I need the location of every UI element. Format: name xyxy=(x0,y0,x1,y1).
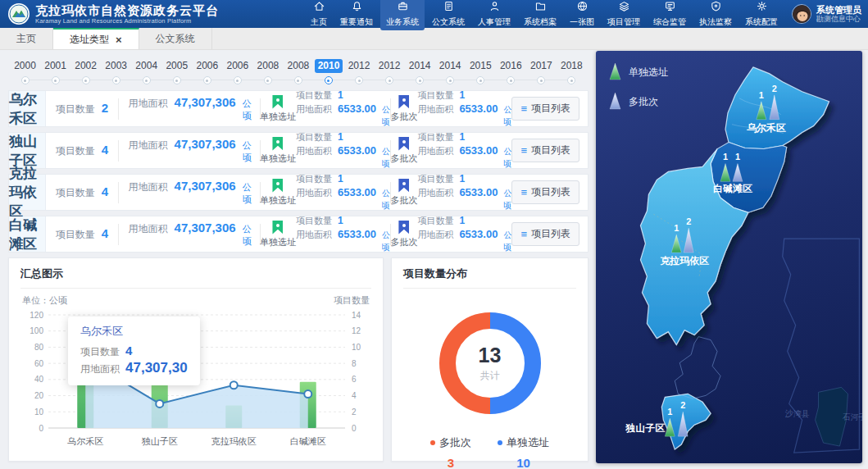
nav-item-gear[interactable]: 系统配置 xyxy=(739,0,784,30)
tab-3[interactable]: 公文系统 xyxy=(139,28,212,49)
timeline-year-2006[interactable]: 2006 xyxy=(192,53,222,86)
legend-item-single[interactable]: 单独选址 10 xyxy=(498,435,549,469)
donut-total-label: 共计 xyxy=(480,369,500,383)
nav-item-bell[interactable]: 重要通知 xyxy=(334,0,379,30)
distribution-panel: 项目数量分布 13 共计 多批次 3 xyxy=(391,257,589,462)
year-label: 2012 xyxy=(345,59,374,73)
district-row-2: 独山子区项目数量4用地面积47,307,306公顷单独选址项目数量1用地面积65… xyxy=(8,132,589,169)
timeline-year-2004[interactable]: 2004 xyxy=(131,53,161,86)
multi-area-value: 6533.00 xyxy=(459,102,498,115)
combo-chart: 0010220440660880101001212014乌尔禾区独山子区克拉玛依… xyxy=(20,308,371,458)
year-label: 2000 xyxy=(11,59,39,73)
single-site-label: 单独选址 xyxy=(260,194,296,207)
neighbor-label: 石河子 xyxy=(842,412,862,421)
map-legend-single[interactable]: 单独选址 xyxy=(609,62,668,83)
timeline-year-2008[interactable]: 2008 xyxy=(283,53,313,86)
nav-label: 主页 xyxy=(311,16,327,28)
left-tick: 10 xyxy=(34,408,44,417)
nav-item-folder[interactable]: 系统档案 xyxy=(518,0,562,30)
legend-item-multi[interactable]: 多批次 3 xyxy=(430,435,471,469)
timeline-year-2000[interactable]: 2000 xyxy=(10,53,40,86)
map-district-label: 白碱滩区 xyxy=(713,183,752,194)
district-row-4: 白碱滩区项目数量4用地面积47,307,306公顷单独选址项目数量1用地面积65… xyxy=(8,216,589,253)
district-name: 乌尔禾区 xyxy=(9,91,46,126)
area-value: 47,307,306 xyxy=(175,137,236,151)
timeline-year-2003[interactable]: 2003 xyxy=(101,53,131,86)
timeline-year-2012[interactable]: 2012 xyxy=(344,53,375,86)
timeline-year-2006[interactable]: 2006 xyxy=(222,53,252,86)
right-tick: 2 xyxy=(352,408,357,417)
year-dot xyxy=(416,76,424,84)
year-dot xyxy=(507,76,515,84)
year-dot xyxy=(82,76,90,84)
map-legend-multi[interactable]: 多批次 xyxy=(609,92,668,112)
timeline-year-2001[interactable]: 2001 xyxy=(40,53,70,86)
count-value: 4 xyxy=(102,226,108,240)
timeline-year-2016[interactable]: 2016 xyxy=(496,53,526,86)
nav-label: 业务系统 xyxy=(386,16,419,28)
area-label: 用地面积 xyxy=(129,222,168,236)
tab-2[interactable]: 选址类型× xyxy=(53,28,139,49)
year-dot xyxy=(446,76,454,84)
map-district-label: 独山子区 xyxy=(625,422,666,434)
nav-item-layers[interactable]: 项目管理 xyxy=(602,0,646,30)
tooltip-area-value: 47,307,30 xyxy=(125,360,188,376)
line-point-克拉玛依区[interactable] xyxy=(230,381,238,389)
project-list-button[interactable]: ≡项目列表 xyxy=(511,97,579,121)
timeline-year-2014[interactable]: 2014 xyxy=(435,53,466,86)
year-dot xyxy=(537,76,545,84)
timeline-year-2014[interactable]: 2014 xyxy=(405,53,435,86)
multi-area-value: 6533.00 xyxy=(459,228,498,240)
year-label: 2002 xyxy=(71,59,100,73)
app-title: 克拉玛依市自然资源政务云平台 xyxy=(35,4,219,17)
year-label: 2006 xyxy=(224,59,252,73)
map-cone-count: 1 xyxy=(667,407,672,417)
multi-batch-ribbon-icon xyxy=(398,179,409,193)
line-point-独山子区[interactable] xyxy=(156,400,163,408)
project-list-button[interactable]: ≡项目列表 xyxy=(511,222,579,246)
chart-tooltip: 乌尔禾区 项目数量 4 用地面积 47,307,30 xyxy=(68,316,200,385)
timeline-year-2012[interactable]: 2012 xyxy=(375,53,405,86)
close-tab-icon[interactable]: × xyxy=(116,34,122,45)
project-list-button[interactable]: ≡项目列表 xyxy=(511,139,579,162)
nav-item-person[interactable]: 人事管理 xyxy=(472,0,516,30)
year-dot xyxy=(355,76,363,84)
multi-area-value: 6533.00 xyxy=(459,144,498,157)
nav-item-shield[interactable]: 执法监察 xyxy=(693,0,738,30)
timeline-year-2015[interactable]: 2015 xyxy=(466,53,496,86)
header: 克拉玛依市自然资源政务云平台 Karamay Land and Resource… xyxy=(0,0,868,28)
district-name: 克拉玛依区 xyxy=(9,175,46,210)
district-row-1: 乌尔禾区项目数量2用地面积47,307,306公顷单独选址项目数量1用地面积65… xyxy=(8,90,589,127)
nav-item-monitor[interactable]: 综合监管 xyxy=(648,0,692,30)
nav-item-briefcase[interactable]: 业务系统 xyxy=(380,0,425,30)
distribution-title: 项目数量分布 xyxy=(403,266,576,289)
avatar xyxy=(792,4,811,24)
line-point-白碱滩区[interactable] xyxy=(304,390,311,398)
count-value: 4 xyxy=(102,143,108,157)
timeline-year-2005[interactable]: 2005 xyxy=(161,53,192,86)
timeline-year-2018[interactable]: 2018 xyxy=(557,53,587,86)
district-rows: 乌尔禾区项目数量2用地面积47,307,306公顷单独选址项目数量1用地面积65… xyxy=(8,90,589,253)
year-label: 2004 xyxy=(132,59,161,73)
user-info[interactable]: 系统管理员 勘测信息中心 xyxy=(792,4,861,24)
nav-item-document[interactable]: 公文系统 xyxy=(426,0,470,30)
year-timeline: 2000200120022003200420052006200620082008… xyxy=(8,53,589,86)
timeline-year-2010-selected[interactable]: 2010 xyxy=(313,53,343,86)
project-list-button[interactable]: ≡项目列表 xyxy=(511,180,579,204)
tab-1[interactable]: 主页 xyxy=(0,28,53,49)
right-tick: 14 xyxy=(352,311,361,320)
year-dot xyxy=(294,76,302,84)
nav-label: 综合监管 xyxy=(653,16,686,28)
multi-batch-ribbon-icon xyxy=(398,137,409,151)
single-site-label: 单独选址 xyxy=(260,111,296,123)
timeline-year-2002[interactable]: 2002 xyxy=(70,53,101,86)
multi-count-value: 1 xyxy=(459,89,465,102)
timeline-year-2008[interactable]: 2008 xyxy=(252,53,283,86)
year-label: 2012 xyxy=(375,59,404,73)
year-dot xyxy=(385,76,393,84)
nav-item-home[interactable]: 主页 xyxy=(305,0,333,30)
home-icon xyxy=(313,0,325,16)
nav-item-globe[interactable]: 一张图 xyxy=(564,0,600,30)
year-label: 2008 xyxy=(284,59,313,73)
timeline-year-2017[interactable]: 2017 xyxy=(526,53,557,86)
